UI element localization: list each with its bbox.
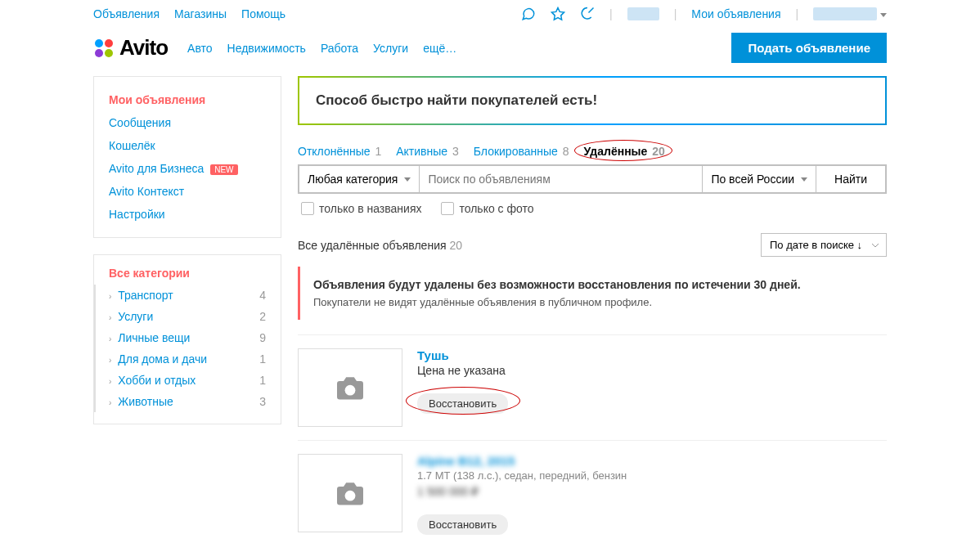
listing-subtitle: 1.7 МТ (138 л.с.), седан, передний, бенз… xyxy=(417,469,887,482)
sidebar-item-myads[interactable]: Мои объявления xyxy=(109,88,266,111)
sidebar-cat-home[interactable]: › Для дома и дачи1 xyxy=(94,348,266,370)
navcat-auto[interactable]: Авто xyxy=(187,42,213,55)
navcat-jobs[interactable]: Работа xyxy=(321,42,358,55)
listing-thumbnail[interactable] xyxy=(298,454,402,532)
topbar: Объявления Магазины Помощь | 00000 | Мои… xyxy=(93,0,887,28)
sidebar-cat-animals[interactable]: › Животные3 xyxy=(94,391,266,412)
search-bar: Любая категория По всей России Найти xyxy=(298,164,887,194)
notifications-icon[interactable] xyxy=(580,7,595,21)
checkbox-icon xyxy=(301,202,314,215)
listing-price: 1 500 000 ₽ xyxy=(417,485,887,498)
restore-button[interactable]: Восстановить xyxy=(417,514,508,535)
messages-icon[interactable] xyxy=(521,7,536,21)
sidebar-cat-personal[interactable]: › Личные вещи9 xyxy=(94,327,266,348)
tab-deleted[interactable]: Удалённые 20 xyxy=(584,145,665,158)
logo-text: Avito xyxy=(119,35,168,61)
warning-head: Объявления будут удалены без возможности… xyxy=(313,278,874,291)
navcat-services[interactable]: Услуги xyxy=(373,42,408,55)
sidebar-item-wallet[interactable]: Кошелёк xyxy=(109,134,266,157)
listing-thumbnail[interactable] xyxy=(298,348,402,427)
sidebar-cat-services[interactable]: › Услуги2 xyxy=(94,306,266,327)
tab-active[interactable]: Активные 3 xyxy=(396,145,459,158)
deletion-warning: Объявления будут удалены без возможности… xyxy=(298,267,887,320)
filter-with-photo[interactable]: только с фото xyxy=(441,202,533,215)
listing-title[interactable]: Тушь xyxy=(417,348,887,362)
tab-blocked[interactable]: Блокированные 8 xyxy=(474,145,569,158)
list-count: 20 xyxy=(450,239,463,252)
svg-point-1 xyxy=(345,491,356,501)
category-select[interactable]: Любая категория xyxy=(299,166,420,192)
camera-icon xyxy=(334,375,366,401)
warning-text: Покупатели не видят удалённые объявления… xyxy=(313,296,874,308)
listing-price: Цена не указана xyxy=(417,364,887,377)
sidebar-categories: Все категории › Транспорт4 › Услуги2 › Л… xyxy=(93,254,281,424)
sidebar-item-context[interactable]: Avito Контекст xyxy=(109,180,266,203)
wallet-balance[interactable]: 00000 xyxy=(627,7,659,20)
listing-title[interactable]: Alpine B12, 2015 xyxy=(417,454,887,468)
search-button[interactable]: Найти xyxy=(816,166,885,192)
logo-icon xyxy=(93,38,115,59)
list-title: Все удалённые объявления xyxy=(298,239,447,252)
filter-titles-only[interactable]: только в названиях xyxy=(301,202,421,215)
header: Avito Авто Недвижимость Работа Услуги ещ… xyxy=(93,28,887,76)
sidebar-cat-transport[interactable]: › Транспорт4 xyxy=(94,285,266,306)
status-tabs: Отклонённые 1 Активные 3 Блокированные 8… xyxy=(298,145,887,158)
promo-banner[interactable]: Способ быстро найти покупателей есть! xyxy=(298,76,887,125)
svg-point-0 xyxy=(345,385,356,396)
tab-rejected[interactable]: Отклонённые 1 xyxy=(298,145,381,158)
sidebar-cat-hobby[interactable]: › Хобби и отдых1 xyxy=(94,370,266,391)
navcat-more[interactable]: ещё… xyxy=(423,42,456,55)
checkbox-icon xyxy=(441,202,454,215)
new-badge: NEW xyxy=(210,164,237,175)
sidebar-cats-head: Все категории xyxy=(109,267,266,285)
favorites-icon[interactable] xyxy=(551,7,565,21)
post-ad-button[interactable]: Подать объявление xyxy=(731,33,887,63)
topnav-shops[interactable]: Магазины xyxy=(174,7,227,20)
user-menu[interactable]: username00 xyxy=(813,7,887,20)
sidebar-item-messages[interactable]: Сообщения xyxy=(109,111,266,134)
topnav-myads[interactable]: Мои объявления xyxy=(691,7,780,20)
sidebar-item-business[interactable]: Avito для Бизнеса NEW xyxy=(109,157,266,180)
restore-button[interactable]: Восстановить xyxy=(417,393,508,414)
sort-select[interactable]: По дате в поиске ↓ xyxy=(761,233,887,257)
topnav-help[interactable]: Помощь xyxy=(241,7,285,20)
camera-icon xyxy=(334,480,366,506)
navcat-realty[interactable]: Недвижимость xyxy=(227,42,306,55)
sidebar-menu: Мои объявления Сообщения Кошелёк Avito д… xyxy=(93,76,281,238)
region-select[interactable]: По всей России xyxy=(702,166,816,192)
search-input[interactable] xyxy=(420,166,702,192)
sidebar-item-settings[interactable]: Настройки xyxy=(109,203,266,226)
listing-item: Тушь Цена не указана Восстановить xyxy=(298,334,887,440)
logo[interactable]: Avito xyxy=(93,35,168,61)
listing-item: Alpine B12, 2015 1.7 МТ (138 л.с.), седа… xyxy=(298,440,887,543)
topnav-ads[interactable]: Объявления xyxy=(93,7,160,20)
